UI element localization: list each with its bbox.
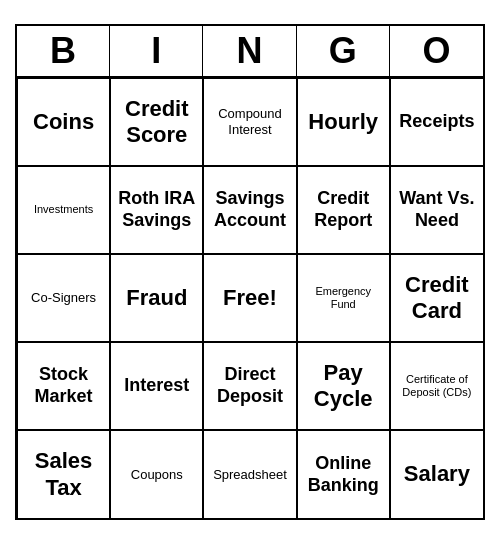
- bingo-cell-1[interactable]: Credit Score: [110, 78, 203, 166]
- bingo-cell-22[interactable]: Spreadsheet: [203, 430, 296, 518]
- cell-text-23: Online Banking: [302, 453, 385, 496]
- cell-text-9: Want Vs. Need: [395, 188, 479, 231]
- bingo-cell-5[interactable]: Investments: [17, 166, 110, 254]
- bingo-cell-20[interactable]: Sales Tax: [17, 430, 110, 518]
- cell-text-5: Investments: [34, 203, 93, 216]
- bingo-card: B I N G O CoinsCredit ScoreCompound Inte…: [15, 24, 485, 520]
- bingo-grid: CoinsCredit ScoreCompound InterestHourly…: [17, 78, 483, 518]
- bingo-cell-23[interactable]: Online Banking: [297, 430, 390, 518]
- cell-text-12: Free!: [223, 285, 277, 311]
- bingo-cell-9[interactable]: Want Vs. Need: [390, 166, 483, 254]
- cell-text-11: Fraud: [126, 285, 187, 311]
- cell-text-2: Compound Interest: [208, 106, 291, 137]
- bingo-cell-18[interactable]: Pay Cycle: [297, 342, 390, 430]
- cell-text-19: Certificate of Deposit (CDs): [395, 373, 479, 399]
- bingo-cell-19[interactable]: Certificate of Deposit (CDs): [390, 342, 483, 430]
- bingo-cell-17[interactable]: Direct Deposit: [203, 342, 296, 430]
- cell-text-20: Sales Tax: [22, 448, 105, 501]
- bingo-cell-21[interactable]: Coupons: [110, 430, 203, 518]
- bingo-cell-12[interactable]: Free!: [203, 254, 296, 342]
- cell-text-16: Interest: [124, 375, 189, 397]
- cell-text-0: Coins: [33, 109, 94, 135]
- bingo-cell-11[interactable]: Fraud: [110, 254, 203, 342]
- cell-text-10: Co-Signers: [31, 290, 96, 306]
- bingo-cell-14[interactable]: Credit Card: [390, 254, 483, 342]
- cell-text-18: Pay Cycle: [302, 360, 385, 413]
- cell-text-7: Savings Account: [208, 188, 291, 231]
- bingo-header: B I N G O: [17, 26, 483, 78]
- header-o: O: [390, 26, 483, 76]
- cell-text-22: Spreadsheet: [213, 467, 287, 483]
- cell-text-21: Coupons: [131, 467, 183, 483]
- cell-text-3: Hourly: [308, 109, 378, 135]
- cell-text-17: Direct Deposit: [208, 364, 291, 407]
- bingo-cell-15[interactable]: Stock Market: [17, 342, 110, 430]
- header-b: B: [17, 26, 110, 76]
- header-i: I: [110, 26, 203, 76]
- cell-text-6: Roth IRA Savings: [115, 188, 198, 231]
- bingo-cell-13[interactable]: Emergency Fund: [297, 254, 390, 342]
- cell-text-15: Stock Market: [22, 364, 105, 407]
- header-g: G: [297, 26, 390, 76]
- bingo-cell-2[interactable]: Compound Interest: [203, 78, 296, 166]
- cell-text-24: Salary: [404, 461, 470, 487]
- cell-text-13: Emergency Fund: [302, 285, 385, 311]
- bingo-cell-8[interactable]: Credit Report: [297, 166, 390, 254]
- bingo-cell-0[interactable]: Coins: [17, 78, 110, 166]
- bingo-cell-24[interactable]: Salary: [390, 430, 483, 518]
- cell-text-14: Credit Card: [395, 272, 479, 325]
- bingo-cell-7[interactable]: Savings Account: [203, 166, 296, 254]
- bingo-cell-6[interactable]: Roth IRA Savings: [110, 166, 203, 254]
- bingo-cell-16[interactable]: Interest: [110, 342, 203, 430]
- header-n: N: [203, 26, 296, 76]
- bingo-cell-4[interactable]: Receipts: [390, 78, 483, 166]
- bingo-cell-10[interactable]: Co-Signers: [17, 254, 110, 342]
- cell-text-8: Credit Report: [302, 188, 385, 231]
- cell-text-1: Credit Score: [115, 96, 198, 149]
- cell-text-4: Receipts: [399, 111, 474, 133]
- bingo-cell-3[interactable]: Hourly: [297, 78, 390, 166]
